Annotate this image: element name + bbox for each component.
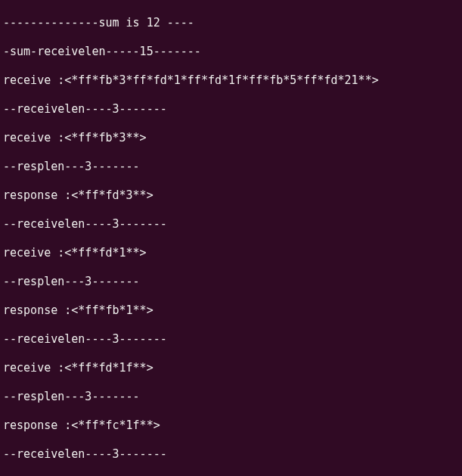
terminal-line: --receivelen----3------- xyxy=(3,447,459,462)
terminal-line: --receivelen----3------- xyxy=(3,332,459,347)
terminal-line: -sum-receivelen-----15------- xyxy=(3,45,459,59)
terminal-output: --------------sum is 12 ---- -sum-receiv… xyxy=(0,0,462,476)
terminal-line: response :<*ff*fd*3**> xyxy=(3,188,459,203)
terminal-line: --resplen---3------- xyxy=(3,160,459,174)
terminal-line: receive :<*ff*fd*1f**> xyxy=(3,361,459,375)
terminal-line: --------------sum is 12 ---- xyxy=(3,16,459,30)
terminal-line: response :<*ff*fc*1f**> xyxy=(3,418,459,433)
terminal-line: --resplen---3------- xyxy=(3,275,459,289)
terminal-line: response :<*ff*fb*1**> xyxy=(3,303,459,318)
terminal-line: receive :<*ff*fb*3**> xyxy=(3,131,459,145)
terminal-line: --receivelen----3------- xyxy=(3,102,459,117)
terminal-line: --receivelen----3------- xyxy=(3,217,459,232)
terminal-line: receive :<*ff*fb*3*ff*fd*1*ff*fd*1f*ff*f… xyxy=(3,73,459,88)
terminal-line: receive :<*ff*fd*1**> xyxy=(3,246,459,260)
terminal-line: --resplen---3------- xyxy=(3,390,459,404)
